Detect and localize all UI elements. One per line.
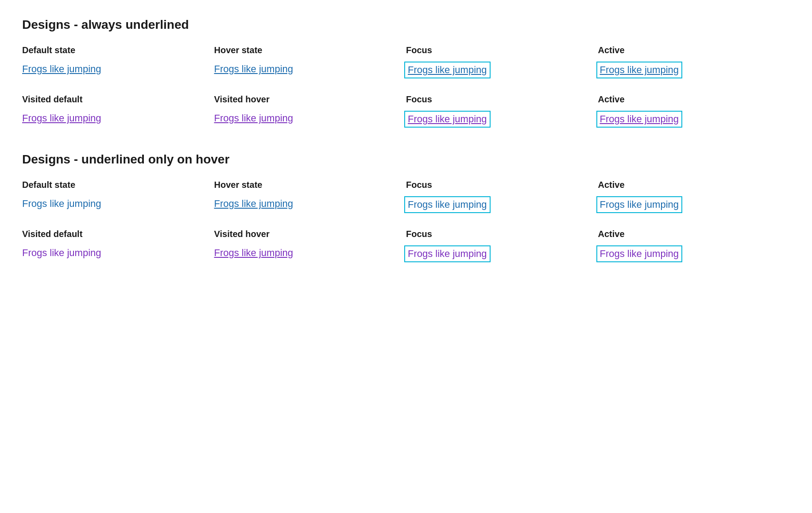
state-label-col-1-0-2: FocusFrogs like jumping xyxy=(406,180,598,211)
link-hover-blue-ul-1-0-1[interactable]: Frogs like jumping xyxy=(214,198,294,210)
link-active-blue-0-0-3[interactable]: Frogs like jumping xyxy=(598,63,681,77)
state-label-col-0-0-1: Hover stateFrogs like jumping xyxy=(214,45,406,77)
app-container: Designs - always underlinedDefault state… xyxy=(22,18,790,260)
link-default-purple-noul-1-1-0[interactable]: Frogs like jumping xyxy=(22,247,101,259)
state-label-1-1-1: Visited hover xyxy=(214,229,398,239)
state-label-1-0-3: Active xyxy=(598,180,781,190)
labels-grid-1-0: Default stateFrogs like jumpingHover sta… xyxy=(22,180,790,211)
state-label-0-0-1: Hover state xyxy=(214,45,398,55)
row-group-0-0: Default stateFrogs like jumpingHover sta… xyxy=(22,45,790,77)
state-label-col-0-1-2: FocusFrogs like jumping xyxy=(406,94,598,126)
link-default-blue-noul-1-0-0[interactable]: Frogs like jumping xyxy=(22,198,101,210)
link-focus-purple-noul-1-1-2[interactable]: Frogs like jumping xyxy=(406,247,489,260)
state-label-0-0-3: Active xyxy=(598,45,781,55)
state-label-col-1-0-3: ActiveFrogs like jumping xyxy=(598,180,790,211)
link-focus-purple-0-1-2[interactable]: Frogs like jumping xyxy=(406,113,489,126)
link-default-blue-0-0-0[interactable]: Frogs like jumping xyxy=(22,63,101,75)
state-label-col-1-1-0: Visited defaultFrogs like jumping xyxy=(22,229,214,260)
state-label-1-1-0: Visited default xyxy=(22,229,205,239)
link-focus-blue-noul-1-0-2[interactable]: Frogs like jumping xyxy=(406,198,489,211)
link-default-purple-0-1-0[interactable]: Frogs like jumping xyxy=(22,113,101,124)
state-label-0-1-0: Visited default xyxy=(22,94,205,105)
section-title-1: Designs - underlined only on hover xyxy=(22,152,790,167)
labels-grid-0-0: Default stateFrogs like jumpingHover sta… xyxy=(22,45,790,77)
link-hover-purple-0-1-1[interactable]: Frogs like jumping xyxy=(214,113,294,124)
state-label-1-1-3: Active xyxy=(598,229,781,239)
link-active-purple-noul-1-1-3[interactable]: Frogs like jumping xyxy=(598,247,681,260)
state-label-col-0-1-3: ActiveFrogs like jumping xyxy=(598,94,790,126)
state-label-0-1-2: Focus xyxy=(406,94,589,105)
state-label-col-0-0-2: FocusFrogs like jumping xyxy=(406,45,598,77)
state-label-col-0-1-1: Visited hoverFrogs like jumping xyxy=(214,94,406,126)
state-label-1-0-1: Hover state xyxy=(214,180,398,190)
link-hover-blue-0-0-1[interactable]: Frogs like jumping xyxy=(214,63,294,75)
state-label-col-1-0-0: Default stateFrogs like jumping xyxy=(22,180,214,211)
state-label-col-1-0-1: Hover stateFrogs like jumping xyxy=(214,180,406,211)
state-label-0-1-1: Visited hover xyxy=(214,94,398,105)
state-label-col-1-1-1: Visited hoverFrogs like jumping xyxy=(214,229,406,260)
link-focus-blue-0-0-2[interactable]: Frogs like jumping xyxy=(406,63,489,77)
row-group-1-0: Default stateFrogs like jumpingHover sta… xyxy=(22,180,790,211)
state-label-1-1-2: Focus xyxy=(406,229,589,239)
state-label-1-0-2: Focus xyxy=(406,180,589,190)
labels-grid-0-1: Visited defaultFrogs like jumpingVisited… xyxy=(22,94,790,126)
state-label-col-0-0-0: Default stateFrogs like jumping xyxy=(22,45,214,77)
row-group-0-1: Visited defaultFrogs like jumpingVisited… xyxy=(22,94,790,126)
state-label-col-1-1-3: ActiveFrogs like jumping xyxy=(598,229,790,260)
link-active-purple-0-1-3[interactable]: Frogs like jumping xyxy=(598,113,681,126)
row-group-1-1: Visited defaultFrogs like jumpingVisited… xyxy=(22,229,790,260)
section-title-0: Designs - always underlined xyxy=(22,18,790,32)
link-hover-purple-ul-1-1-1[interactable]: Frogs like jumping xyxy=(214,247,294,259)
link-active-blue-noul-1-0-3[interactable]: Frogs like jumping xyxy=(598,198,681,211)
labels-grid-1-1: Visited defaultFrogs like jumpingVisited… xyxy=(22,229,790,260)
section-hover-only: Designs - underlined only on hoverDefaul… xyxy=(22,152,790,260)
state-label-col-1-1-2: FocusFrogs like jumping xyxy=(406,229,598,260)
state-label-1-0-0: Default state xyxy=(22,180,205,190)
state-label-col-0-0-3: ActiveFrogs like jumping xyxy=(598,45,790,77)
state-label-0-0-0: Default state xyxy=(22,45,205,55)
state-label-0-0-2: Focus xyxy=(406,45,589,55)
state-label-0-1-3: Active xyxy=(598,94,781,105)
section-always-underlined: Designs - always underlinedDefault state… xyxy=(22,18,790,126)
state-label-col-0-1-0: Visited defaultFrogs like jumping xyxy=(22,94,214,126)
